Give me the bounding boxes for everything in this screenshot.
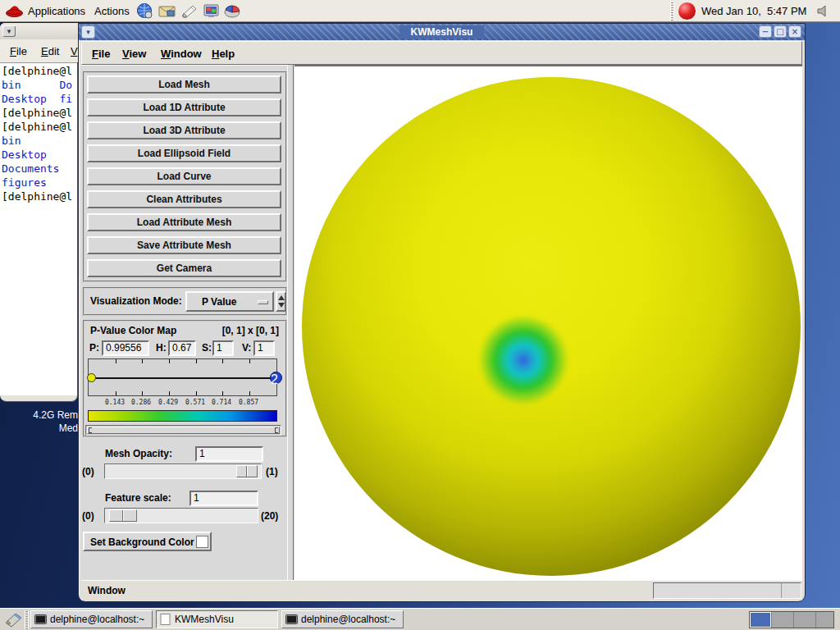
top-panel: Applications Actions Wed Jan 10, 5:47 PM: [0, 0, 840, 22]
colormap-scrollbar[interactable]: [85, 425, 281, 436]
terminal-window-menu-icon[interactable]: ▾: [2, 25, 16, 37]
load-1d-attribute-button[interactable]: Load 1D Attribute: [87, 98, 281, 116]
p-value-input[interactable]: [102, 340, 149, 356]
workspace-4[interactable]: [815, 612, 833, 628]
clock[interactable]: Wed Jan 10, 5:47 PM: [701, 5, 806, 17]
h-field-label: H:: [156, 342, 167, 354]
terminal-menu-edit[interactable]: Edit: [41, 45, 59, 57]
scrollbar-right-grip-icon[interactable]: [275, 427, 278, 433]
browser-launcher-icon[interactable]: [135, 2, 154, 20]
applications-menu[interactable]: Applications: [28, 5, 85, 17]
load-ellipsoid-field-button[interactable]: Load Ellipsoid Field: [87, 144, 281, 162]
viz-mode-label: Visualization Mode:: [90, 295, 182, 307]
feature-scale-slider-handle[interactable]: [109, 509, 137, 522]
maximize-button[interactable]: □: [774, 25, 787, 38]
colormap-tick: 0.286: [128, 399, 154, 406]
desktop-icon-label[interactable]: 4.2G Rem Med: [0, 409, 78, 435]
terminal-content[interactable]: [delphine@l bin Do Desktop fi [delphine@…: [0, 62, 77, 395]
feature-scale-min: (0): [82, 510, 94, 522]
workspace-1-active[interactable]: [750, 612, 771, 628]
task-button-label: delphine@localhost:~: [301, 614, 395, 625]
v-value-input[interactable]: [253, 340, 275, 356]
colormap-tick: 0.714: [208, 399, 235, 406]
app-menubar: File View Window Help: [81, 41, 802, 65]
panel-drag-handle[interactable]: [670, 2, 674, 21]
colormap-scrollbar-handle[interactable]: [87, 427, 280, 434]
background-color-swatch[interactable]: [196, 536, 208, 548]
set-background-color-label: Set Background Color: [90, 536, 194, 548]
terminal-menu-file[interactable]: File: [10, 45, 27, 57]
app-titlebar[interactable]: ▾ KWMeshVisu − □ ×: [79, 24, 805, 40]
volume-icon[interactable]: [815, 4, 830, 18]
terminal-titlebar[interactable]: ▾: [0, 23, 78, 39]
attribute-spot: [474, 311, 573, 409]
s-value-input[interactable]: [212, 340, 234, 356]
optionmenu-dash-icon: [258, 300, 268, 304]
redhat-menu-icon[interactable]: [5, 2, 24, 20]
taskbar-drag-handle[interactable]: [25, 610, 29, 629]
viz-mode-spinner[interactable]: [276, 291, 286, 312]
mesh-opacity-slider[interactable]: [104, 463, 262, 479]
function-line: [90, 377, 276, 379]
show-desktop-icon[interactable]: [4, 611, 23, 628]
task-button-terminal-1[interactable]: delphine@localhost:~: [30, 610, 153, 628]
load-curve-button[interactable]: Load Curve: [87, 167, 281, 185]
actions-menu[interactable]: Actions: [94, 5, 130, 17]
feature-scale-max: (20): [261, 510, 278, 522]
workspace-2[interactable]: [771, 612, 793, 628]
terminal-task-icon: [285, 614, 298, 625]
task-button-kwmeshvisu[interactable]: KWMeshVisu: [156, 610, 278, 628]
viz-mode-optionmenu[interactable]: P Value: [185, 291, 274, 312]
desktop-icon-label-line2: Med: [0, 422, 78, 435]
task-button-terminal-2[interactable]: delphine@localhost:~: [281, 610, 404, 628]
colormap-tick: 0.857: [235, 399, 262, 406]
chart-launcher-icon[interactable]: [223, 2, 242, 20]
load-mesh-button[interactable]: Load Mesh: [87, 75, 281, 94]
colormap-tick: 0.143: [102, 399, 128, 406]
app-menu-file[interactable]: File: [92, 48, 110, 60]
app-window-menu-icon[interactable]: ▾: [81, 25, 95, 39]
terminal-line: [delphine@l: [2, 190, 72, 203]
app-menu-window[interactable]: Window: [161, 48, 202, 60]
render-viewport[interactable]: [294, 65, 802, 580]
monitor-launcher-icon[interactable]: [202, 2, 221, 20]
workspace-switcher: [749, 611, 834, 628]
spinner-down-icon[interactable]: [278, 303, 285, 308]
h-value-input[interactable]: [168, 340, 196, 356]
colormap-range: [0, 1] x [0, 1]: [197, 325, 279, 336]
notes-launcher-icon[interactable]: [180, 2, 199, 20]
feature-scale-input[interactable]: [189, 491, 258, 506]
terminal-line: Desktop fi: [2, 93, 72, 105]
set-background-color-button[interactable]: Set Background Color: [83, 532, 212, 551]
terminal-line: figures: [2, 176, 47, 189]
mesh-opacity-slider-handle[interactable]: [236, 465, 258, 477]
app-menu-view[interactable]: View: [122, 48, 146, 60]
close-button[interactable]: ×: [788, 25, 801, 38]
save-attribute-mesh-button[interactable]: Save Attribute Mesh: [87, 236, 281, 254]
terminal-line: bin: [2, 135, 21, 147]
app-menu-help[interactable]: Help: [212, 48, 235, 60]
function-node-left[interactable]: [87, 373, 96, 382]
load-3d-attribute-button[interactable]: Load 3D Attribute: [87, 121, 281, 139]
update-notifier-icon[interactable]: [678, 2, 696, 20]
spinner-up-icon[interactable]: [278, 295, 285, 300]
panel-sash[interactable]: [287, 65, 294, 580]
taskbar: delphine@localhost:~ KWMeshVisu delphine…: [0, 608, 840, 630]
email-launcher-icon[interactable]: [158, 2, 176, 20]
scrollbar-left-grip-icon[interactable]: [89, 427, 92, 433]
get-camera-button[interactable]: Get Camera: [87, 259, 281, 277]
terminal-task-icon: [34, 614, 47, 625]
mesh-opacity-max: (1): [266, 466, 278, 477]
app-statusbar: Window: [81, 580, 802, 600]
mesh-opacity-input[interactable]: [195, 446, 263, 462]
load-attribute-mesh-button[interactable]: Load Attribute Mesh: [87, 213, 281, 231]
function-node-right[interactable]: 2: [270, 372, 282, 384]
workspace-3[interactable]: [793, 612, 815, 628]
colormap-tick: 0.429: [155, 399, 181, 406]
colormap-function-editor[interactable]: 2: [88, 358, 277, 396]
feature-scale-slider[interactable]: [104, 508, 258, 523]
minimize-button[interactable]: −: [759, 25, 772, 38]
task-button-label: KWMeshVisu: [175, 614, 234, 625]
terminal-window[interactable]: ▾ File Edit View [delphine@l bin Do Desk…: [0, 23, 78, 402]
clean-attributes-button[interactable]: Clean Attributes: [87, 190, 281, 208]
